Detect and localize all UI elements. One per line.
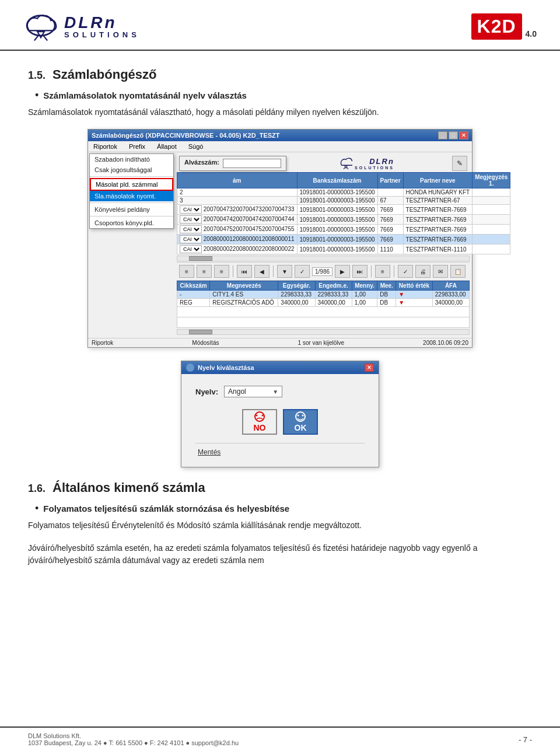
tb-btn-5[interactable]: ◀ [254, 265, 270, 278]
inner-dlm-sub: SOLUTIONS [355, 166, 394, 170]
edit-icon[interactable]: ✎ [452, 156, 467, 171]
tb-btn-10[interactable]: 🖨 [415, 265, 430, 278]
status-sel: 1 sor van kijelölve [298, 340, 344, 346]
tb-btn-4[interactable]: ⏮ [237, 265, 252, 278]
lang-dialog: Nyelv kiválasztása ✕ Nyelv: Angol ▼ [181, 361, 379, 467]
main-data-table: ám Bankszámlaszám Partner Partner neve M… [177, 172, 510, 254]
bottom-scrollbar[interactable] [177, 329, 470, 335]
no-button[interactable]: NO [242, 409, 277, 435]
tb-btn-1[interactable]: ≡ [179, 265, 194, 278]
cm-masolat[interactable]: Másolat pld. számmal [90, 178, 173, 191]
tb-btn-filter[interactable]: ▼ [277, 265, 292, 278]
cm-sep1 [90, 176, 173, 177]
cm-csoportos[interactable]: Csoportos kónyv.pld. [90, 218, 173, 228]
context-menu: Szabadon indítható Csak jogosultsággal M… [89, 153, 174, 229]
tb-btn-11[interactable]: ✉ [433, 265, 448, 278]
tb-btn-8[interactable]: ≡ [375, 265, 390, 278]
section-16-body1: Folyamatos teljesítésű Érvénytelenítő és… [28, 519, 532, 532]
tb-btn-check[interactable]: ✓ [295, 265, 310, 278]
dialog-body: Nyelv: Angol ▼ [181, 374, 379, 467]
col-partner-name: Partner neve [403, 173, 473, 188]
table-row[interactable]: 3 10918001-00000003-195500 67 TESZTPARTN… [177, 197, 510, 205]
k2d-logo-box: K2D [471, 13, 522, 40]
no-label: NO [254, 423, 266, 432]
dcol-megnevezes: Megnevezés [210, 281, 278, 291]
status-bar: Riportok Módosítás 1 sor van kijelölve 2… [88, 338, 472, 347]
cm-konyveles[interactable]: Könyvelési peldány [90, 204, 173, 215]
carc-select[interactable]: CARC [180, 235, 202, 243]
status-time: 2008.10.06 09:20 [423, 340, 468, 346]
tb-sep3 [371, 266, 372, 277]
scrollbar-thumb [189, 256, 212, 261]
mentes-link[interactable]: Mentés [198, 448, 220, 456]
status-left: Riportok [92, 340, 113, 346]
detail-row[interactable]: - CITY1.4 ES 2298333,33 2298333,33 1,00 … [177, 291, 470, 299]
section-16-num: 1.6. [28, 483, 46, 495]
dialog-container: Nyelv kiválasztása ✕ Nyelv: Angol ▼ [28, 361, 532, 467]
page-indicator: 1/986 [312, 267, 332, 276]
dialog-buttons: NO OK [195, 409, 365, 435]
h-scrollbar[interactable] [177, 256, 470, 261]
lang-select[interactable]: Angol ▼ [224, 386, 282, 397]
no-face-icon [251, 411, 268, 422]
window-title-bar: Számlabóngésző (XDPACCINVBROWSE - 04.005… [88, 130, 472, 141]
window-controls[interactable]: _ □ ✕ [438, 131, 468, 139]
lang-row: Nyelv: Angol ▼ [195, 386, 365, 397]
menu-allapot[interactable]: Állapot [155, 142, 178, 151]
tb-btn-3[interactable]: ≡ [214, 265, 229, 278]
main-window: Számlabóngésző (XDPACCINVBROWSE - 04.005… [88, 129, 473, 348]
section-15-title: Számlabóngésző [52, 67, 156, 82]
carc-select[interactable]: CARC [180, 225, 202, 233]
svg-point-13 [298, 415, 299, 417]
dlm-text-block: DLRn SOLUTIONS [64, 15, 140, 39]
table-row[interactable]: CARC 2008000012008000012008000011 109180… [177, 235, 510, 244]
col-partner-num: Partner [377, 173, 403, 188]
dcol-netto: Nettó érték [396, 281, 433, 291]
menu-sugo[interactable]: Súgó [187, 142, 205, 151]
mentes-row: Mentés [195, 443, 365, 459]
dialog-close-button[interactable]: ✕ [365, 364, 374, 372]
tb-btn-12[interactable]: 📋 [450, 265, 466, 278]
window-title: Számlabóngésző (XDPACCINVBROWSE - 04.005… [92, 132, 280, 139]
k2d-version: 4.0 [526, 29, 537, 39]
carc-select[interactable]: CARC [180, 245, 202, 253]
table-row[interactable]: CARC 2007004742007004742007004744 109180… [177, 215, 510, 225]
ok-button[interactable]: OK [283, 409, 318, 435]
tb-btn-2[interactable]: ≡ [197, 265, 212, 278]
cm-sla[interactable]: Sla.másolatok nyomt. [90, 191, 173, 201]
table-row[interactable]: CARC 2008000022008000022008000022 109180… [177, 244, 510, 254]
toolbar: ≡ ≡ ≡ ⏮ ◀ ▼ ✓ 1/986 ▶ ⏭ ≡ [177, 262, 470, 281]
tb-btn-7[interactable]: ⏭ [352, 265, 368, 278]
carc-select[interactable]: CARC [180, 215, 202, 223]
table-row[interactable]: CARC 2007004732007004732007004733 109180… [177, 205, 510, 215]
dlm-subtitle: SOLUTIONS [64, 31, 140, 39]
table-row[interactable]: CARC 2007004752007004752007004755 109180… [177, 225, 510, 235]
minimize-button[interactable]: _ [438, 131, 447, 139]
bottom-scrollbar-thumb [189, 330, 212, 334]
table-row[interactable]: 2 10918001-00000003-195500 HONDA HUNGARY… [177, 188, 510, 197]
lang-label: Nyelv: [195, 387, 218, 396]
tb-btn-6[interactable]: ▶ [335, 265, 350, 278]
alvaz-overlay: Alvázszám: [179, 156, 286, 171]
detail-row[interactable]: REG REGISZTRÁCIÓS ADÓ 340000,00 340000,0… [177, 299, 470, 307]
menu-bar: Riportok Prefix Állapot Súgó [88, 141, 472, 152]
tb-sep4 [394, 266, 394, 277]
dlm-logo: DLRn SOLUTIONS [23, 11, 140, 43]
page-footer: DLM Solutions Kft. 1037 Budapest, Zay u.… [0, 726, 560, 751]
menu-prefix[interactable]: Prefix [127, 142, 147, 151]
carc-select[interactable]: CARC [180, 205, 202, 214]
dcol-cikkszam: Cikkszám [177, 281, 210, 291]
alvaz-input[interactable] [223, 159, 281, 168]
cm-szabadon[interactable]: Szabadon indítható [90, 154, 173, 165]
section-16-body2: Jóváíró/helyesbítő számla esetén, ha az … [28, 542, 532, 567]
menu-riportok[interactable]: Riportok [92, 142, 119, 151]
inner-logo-wrap: DLRn SOLUTIONS [340, 157, 397, 170]
footer-page: - 7 - [519, 735, 532, 744]
svg-line-3 [43, 36, 47, 41]
maximize-button[interactable]: □ [449, 131, 458, 139]
close-button[interactable]: ✕ [459, 131, 468, 139]
footer-company-block: DLM Solutions Kft. 1037 Budapest, Zay u.… [28, 732, 239, 746]
cm-sep2 [90, 202, 173, 203]
tb-btn-9[interactable]: ✓ [398, 265, 413, 278]
cm-jogosult[interactable]: Csak jogosultsággal [90, 165, 173, 175]
